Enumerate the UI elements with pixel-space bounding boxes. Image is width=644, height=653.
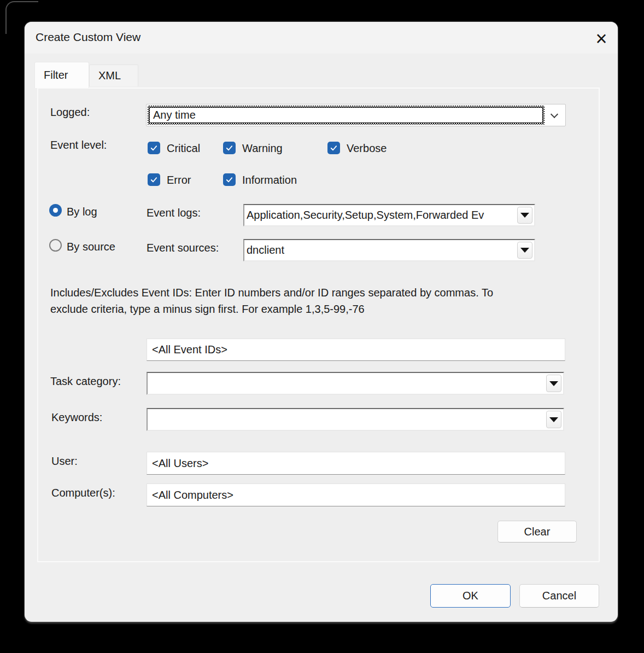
tab-filter[interactable]: Filter <box>34 62 89 88</box>
create-custom-view-dialog: Create Custom View × Filter XML Logged: … <box>25 22 618 622</box>
event-ids-help-line2: exclude criteria, type a minus sign firs… <box>50 301 575 317</box>
radio-by-source[interactable] <box>49 239 62 252</box>
task-category-combobox[interactable] <box>147 372 564 395</box>
radio-by-log-label[interactable]: By log <box>67 205 97 219</box>
checkmark-icon <box>150 144 158 152</box>
checkmark-icon <box>225 144 233 152</box>
clear-button[interactable]: Clear <box>497 521 577 543</box>
filter-tab-panel: Logged: Any time Event level: Critical W… <box>37 88 600 562</box>
checkbox-warning[interactable] <box>223 142 236 154</box>
event-sources-combobox[interactable]: dnclient <box>243 239 535 261</box>
checkbox-critical[interactable] <box>148 142 160 154</box>
event-ids-input[interactable]: <All Event IDs> <box>147 339 565 361</box>
computers-label: Computer(s): <box>51 486 115 500</box>
event-sources-dropdown-button[interactable] <box>517 242 532 259</box>
task-category-value <box>150 373 543 394</box>
checkmark-icon <box>330 144 338 152</box>
logged-value: Any time <box>149 107 543 123</box>
user-input[interactable]: <All Users> <box>147 452 565 475</box>
checkbox-verbose[interactable] <box>327 142 340 154</box>
close-icon[interactable]: × <box>588 27 615 50</box>
tab-xml[interactable]: XML <box>89 65 138 86</box>
checkbox-verbose-label[interactable]: Verbose <box>347 141 387 155</box>
checkbox-information[interactable] <box>223 173 236 186</box>
triangle-down-icon <box>520 248 529 253</box>
event-sources-value: dnclient <box>247 240 514 260</box>
keywords-value <box>150 409 543 430</box>
tab-xml-label: XML <box>98 69 121 82</box>
event-ids-help-line1: Includes/Excludes Event IDs: Enter ID nu… <box>50 284 575 301</box>
checkbox-information-label[interactable]: Information <box>242 173 297 187</box>
keywords-dropdown-button[interactable] <box>546 411 561 428</box>
checkbox-error-label[interactable]: Error <box>167 173 191 187</box>
checkbox-warning-label[interactable]: Warning <box>242 141 283 155</box>
checkmark-icon <box>225 176 233 184</box>
radio-by-source-label[interactable]: By source <box>67 240 115 254</box>
dialog-title: Create Custom View <box>36 31 140 44</box>
radio-by-log[interactable] <box>49 204 62 217</box>
radio-dot-icon <box>53 208 58 213</box>
triangle-down-icon <box>520 213 529 218</box>
logged-label: Logged: <box>50 105 90 119</box>
logged-combobox[interactable]: Any time <box>146 104 566 126</box>
keywords-combobox[interactable] <box>147 408 564 431</box>
triangle-down-icon <box>549 417 558 422</box>
event-level-label: Event level: <box>50 138 107 152</box>
event-ids-help-text: Includes/Excludes Event IDs: Enter ID nu… <box>50 284 575 317</box>
task-category-label: Task category: <box>50 374 121 388</box>
event-logs-label: Event logs: <box>147 206 201 220</box>
event-logs-value: Application,Security,Setup,System,Forwar… <box>247 205 514 225</box>
user-label: User: <box>51 454 78 468</box>
keywords-label: Keywords: <box>51 410 102 424</box>
triangle-down-icon <box>549 381 558 386</box>
task-category-dropdown-button[interactable] <box>546 375 561 392</box>
chevron-down-icon[interactable] <box>551 110 558 118</box>
logged-focus-rect: Any time <box>148 106 545 125</box>
event-logs-dropdown-button[interactable] <box>517 207 532 224</box>
computers-input[interactable]: <All Computers> <box>147 483 565 506</box>
checkmark-icon <box>150 176 158 184</box>
event-logs-combobox[interactable]: Application,Security,Setup,System,Forwar… <box>243 204 535 226</box>
event-sources-label: Event sources: <box>147 241 219 255</box>
checkbox-critical-label[interactable]: Critical <box>167 141 200 155</box>
checkbox-error[interactable] <box>148 173 160 186</box>
tab-filter-label: Filter <box>44 69 68 81</box>
cancel-button[interactable]: Cancel <box>519 584 599 608</box>
ok-button[interactable]: OK <box>430 584 511 608</box>
